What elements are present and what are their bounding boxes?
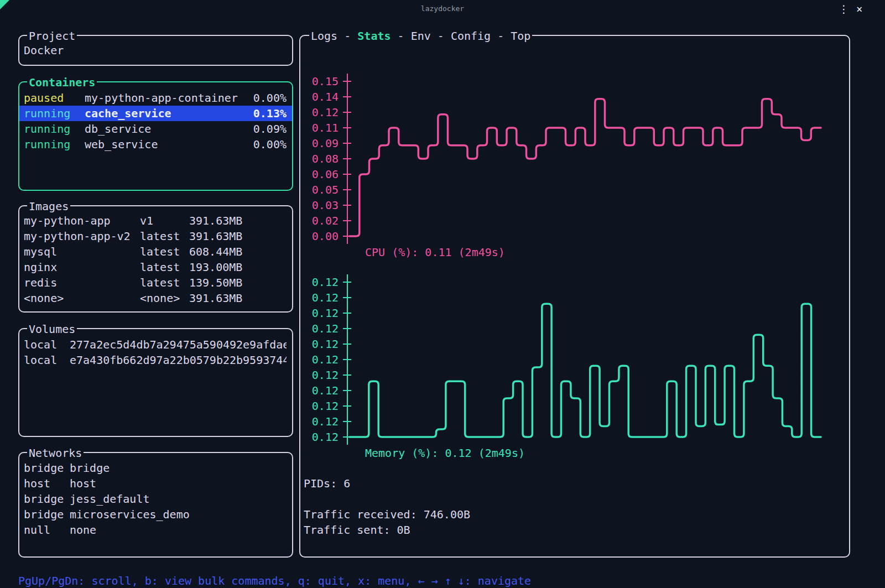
- memory-ytick-label: 0.12: [300, 290, 339, 305]
- network-row-name: microservices_demo: [70, 507, 287, 522]
- image-row[interactable]: nginxlatest193.00MB: [19, 259, 292, 275]
- volume-row[interactable]: local277a2ec5d4db7a29475a590492e9afdae: [19, 337, 292, 352]
- network-row-driver: bridge: [24, 491, 70, 507]
- statusbar: PgUp/PgDn: scroll, b: view bulk commands…: [0, 558, 885, 575]
- tab-env[interactable]: Env: [411, 29, 431, 43]
- container-cpu-percent: 0.00%: [253, 90, 287, 106]
- image-name: my-python-app-v2: [24, 228, 140, 244]
- network-row-driver: host: [24, 476, 70, 491]
- window-close-icon[interactable]: ×: [856, 3, 862, 15]
- cpu-ytick-label: 0.05: [300, 182, 339, 197]
- image-size: 139.50MB: [189, 275, 287, 290]
- image-size: 193.00MB: [189, 259, 287, 275]
- network-row-name: bridge: [70, 460, 287, 476]
- tab-top[interactable]: Top: [511, 29, 530, 43]
- container-status: running: [24, 121, 85, 137]
- image-row[interactable]: my-python-app-v2latest391.63MB: [19, 228, 292, 244]
- network-row[interactable]: bridgebridge: [19, 460, 292, 476]
- image-tag: v1: [140, 213, 189, 228]
- image-tag: latest: [140, 244, 189, 259]
- image-name: my-python-app: [24, 213, 140, 228]
- volume-row[interactable]: locale7a430fb662d97a22b0579b22b9593744: [19, 352, 292, 368]
- cpu-ytick-label: 0.03: [300, 197, 339, 213]
- images-panel[interactable]: Images my-python-appv1391.63MBmy-python-…: [18, 205, 293, 313]
- image-name: redis: [24, 275, 140, 290]
- tab-logs[interactable]: Logs: [311, 29, 337, 43]
- project-value: Docker: [19, 43, 292, 58]
- titlebar: lazydocker ⋮ ×: [0, 0, 885, 18]
- network-row[interactable]: bridgemicroservices_demo: [19, 507, 292, 522]
- volume-row-name: 277a2ec5d4db7a29475a590492e9afdae: [70, 337, 287, 352]
- stats-panel[interactable]: Logs - Stats - Env - Config - Top: [299, 35, 850, 558]
- cpu-ytick-label: 0.12: [300, 105, 339, 120]
- tab-separator: -: [391, 29, 411, 43]
- memory-ytick-label: 0.12: [300, 398, 339, 414]
- cpu-ytick-label: 0.15: [300, 74, 339, 89]
- network-row-name: jess_default: [70, 491, 287, 507]
- volume-row-name: e7a430fb662d97a22b0579b22b9593744: [70, 352, 287, 368]
- memory-ytick-label: 0.12: [300, 321, 339, 336]
- cpu-ytick-label: 0.09: [300, 136, 339, 151]
- network-row[interactable]: bridgejess_default: [19, 491, 292, 507]
- image-row[interactable]: mysqllatest608.44MB: [19, 244, 292, 259]
- memory-ytick-label: 0.12: [300, 336, 339, 352]
- container-row[interactable]: runningweb_service0.00%: [19, 137, 292, 152]
- image-tag: latest: [140, 228, 189, 244]
- traffic-sent-label: Traffic sent: 0B: [304, 522, 410, 538]
- networks-list: bridgebridgehosthostbridgejess_defaultbr…: [19, 460, 292, 538]
- volume-row-driver: local: [24, 352, 70, 368]
- images-panel-title: Images: [27, 199, 70, 214]
- image-row[interactable]: my-python-appv1391.63MB: [19, 213, 292, 228]
- project-panel[interactable]: Project Docker: [18, 35, 293, 66]
- memory-ytick-label: 0.12: [300, 274, 339, 290]
- container-cpu-percent: 0.09%: [253, 121, 287, 137]
- cpu-ytick-label: 0.06: [300, 166, 339, 182]
- window-menu-icon[interactable]: ⋮: [839, 3, 849, 15]
- traffic-received-label: Traffic received: 746.00B: [304, 507, 470, 522]
- network-row-name: none: [70, 522, 287, 538]
- networks-panel-title: Networks: [27, 445, 84, 461]
- images-list: my-python-appv1391.63MBmy-python-app-v2l…: [19, 213, 292, 306]
- image-name: nginx: [24, 259, 140, 275]
- container-row[interactable]: pausedmy-python-app-container0.00%: [19, 90, 292, 106]
- containers-panel[interactable]: Containers pausedmy-python-app-container…: [18, 81, 293, 191]
- memory-ytick-label: 0.12: [300, 352, 339, 367]
- image-tag: latest: [140, 275, 189, 290]
- cpu-ytick-label: 0.08: [300, 151, 339, 166]
- image-tag: latest: [140, 259, 189, 275]
- container-status: paused: [24, 90, 85, 106]
- pids-label: PIDs: 6: [304, 476, 350, 491]
- networks-panel[interactable]: Networks bridgebridgehosthostbridgejess_…: [18, 452, 293, 558]
- network-row[interactable]: nullnone: [19, 522, 292, 538]
- cpu-ytick-label: 0.00: [300, 228, 339, 244]
- tab-separator: -: [431, 29, 451, 43]
- image-size: 391.63MB: [189, 213, 287, 228]
- containers-panel-title: Containers: [27, 75, 97, 90]
- image-row[interactable]: redislatest139.50MB: [19, 275, 292, 290]
- network-row-driver: bridge: [24, 460, 70, 476]
- cpu-ytick-label: 0.02: [300, 213, 339, 228]
- container-name: db_service: [85, 121, 253, 137]
- statusbar-keybindings: PgUp/PgDn: scroll, b: view bulk commands…: [18, 573, 531, 588]
- window-title: lazydocker: [0, 4, 885, 13]
- image-row[interactable]: <none><none>391.63MB: [19, 290, 292, 306]
- tab-stats[interactable]: Stats: [357, 29, 391, 43]
- containers-list: pausedmy-python-app-container0.00%runnin…: [19, 90, 292, 152]
- container-row[interactable]: runningdb_service0.09%: [19, 121, 292, 137]
- container-row[interactable]: runningcache_service0.13%: [19, 106, 292, 121]
- image-name: <none>: [24, 290, 140, 306]
- project-panel-title: Project: [27, 28, 77, 44]
- volumes-panel[interactable]: Volumes local277a2ec5d4db7a29475a590492e…: [18, 328, 293, 437]
- image-size: 391.63MB: [189, 290, 287, 306]
- image-name: mysql: [24, 244, 140, 259]
- volumes-list: local277a2ec5d4db7a29475a590492e9afdaelo…: [19, 337, 292, 368]
- network-row[interactable]: hosthost: [19, 476, 292, 491]
- network-row-driver: bridge: [24, 507, 70, 522]
- image-size: 608.44MB: [189, 244, 287, 259]
- image-tag: <none>: [140, 290, 189, 306]
- container-status: running: [24, 137, 85, 152]
- memory-ytick-label: 0.12: [300, 305, 339, 321]
- cpu-ytick-label: 0.11: [300, 120, 339, 136]
- volume-row-driver: local: [24, 337, 70, 352]
- tab-config[interactable]: Config: [451, 29, 491, 43]
